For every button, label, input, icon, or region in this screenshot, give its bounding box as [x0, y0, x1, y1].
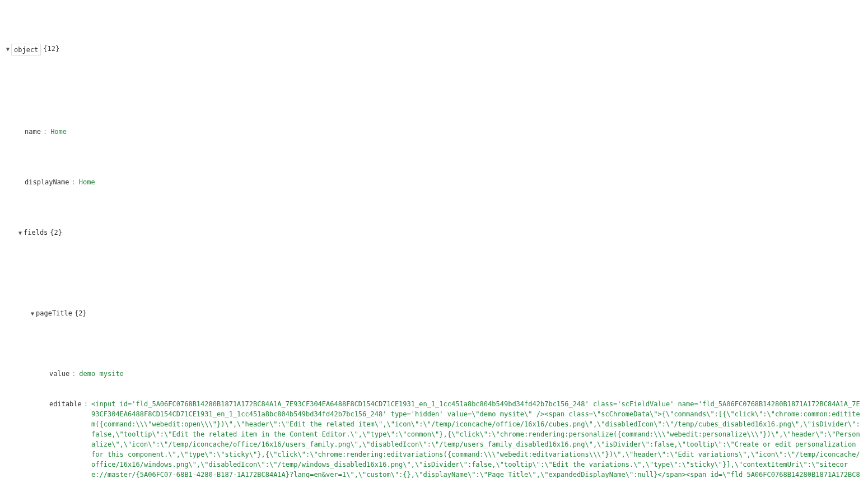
prop-name: name : Home [17, 127, 864, 137]
key-name: name [25, 127, 41, 137]
key-display-name: displayName [25, 177, 69, 187]
page-title-value: demo mysite [79, 369, 123, 379]
page-title-count: {2} [72, 308, 87, 318]
page-title-label: pageTitle [36, 308, 72, 318]
prop-page-title-value: value : demo mysite [41, 369, 864, 379]
toggle-icon[interactable] [29, 308, 36, 318]
toggle-icon[interactable] [17, 228, 24, 237]
node-fields[interactable]: fields {2} [17, 228, 864, 238]
toggle-icon[interactable] [4, 44, 11, 53]
prop-display-name: displayName : Home [17, 177, 864, 187]
page-title-editable: <input id='fld_5A06FC0768B14280B1871A172… [91, 399, 864, 478]
node-page-title[interactable]: pageTitle {2} [29, 308, 864, 318]
root-count: {12} [41, 44, 59, 54]
root-label: object [11, 44, 41, 56]
val-name: Home [50, 127, 67, 137]
node-root[interactable]: object {12} [4, 44, 864, 56]
prop-page-title-editable: editable : <input id='fld_5A06FC0768B142… [41, 399, 864, 478]
json-viewer: object {12} name : Home displayName : Ho… [0, 0, 868, 478]
val-display-name: Home [79, 177, 95, 187]
fields-count: {2} [48, 228, 62, 238]
fields-label: fields [24, 228, 48, 238]
